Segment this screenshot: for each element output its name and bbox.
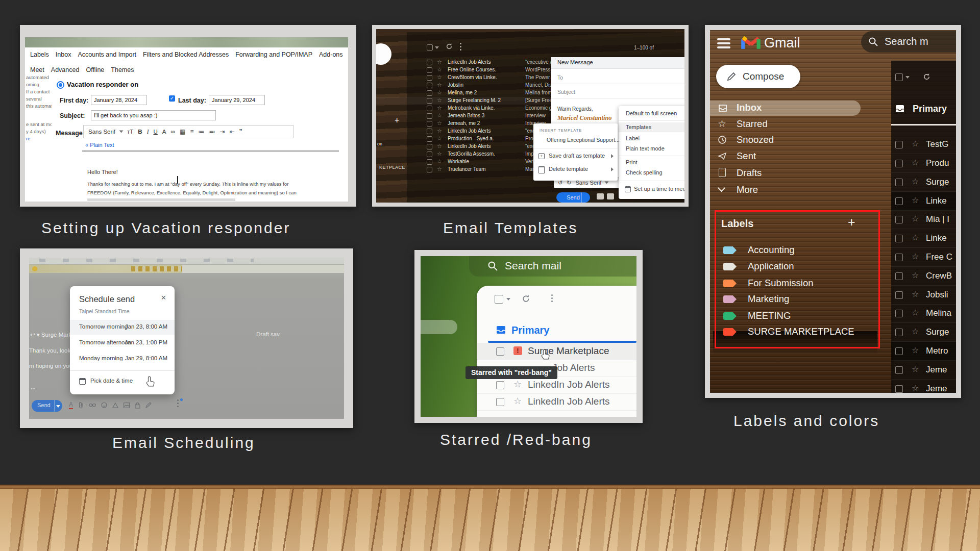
vacation-responder-on-radio[interactable] (57, 81, 64, 89)
attach-icon[interactable] (78, 402, 84, 409)
send-button[interactable]: Send (556, 192, 590, 203)
italic-icon[interactable]: I (147, 129, 149, 135)
email-row[interactable]: Free C (891, 248, 956, 267)
email-row[interactable]: Jeme (891, 361, 956, 380)
insert-link-icon[interactable]: ∞ (171, 128, 176, 135)
sidebar-item-inbox[interactable]: Inbox (737, 102, 762, 113)
more-options-icon[interactable] (551, 294, 553, 304)
send-button[interactable]: Send (32, 400, 62, 412)
subject-field[interactable]: Subject (557, 89, 575, 95)
menu-item-label[interactable]: Label (626, 135, 640, 141)
send-options-caret-icon[interactable] (56, 405, 60, 408)
bold-icon[interactable]: B (138, 129, 142, 135)
tab-offline[interactable]: Offline (86, 66, 104, 73)
add-label-icon[interactable]: + (848, 215, 855, 230)
more-send-options-icon[interactable] (177, 399, 179, 410)
email-row[interactable]: Jobsli (891, 286, 956, 305)
outdent-icon[interactable]: ⇤ (229, 128, 234, 135)
learn-more-link-fragment[interactable]: re (26, 135, 52, 142)
sidebar-item-snoozed[interactable]: Snoozed (737, 134, 774, 145)
tab-filters[interactable]: Filters and Blocked Addresses (143, 51, 229, 58)
sidebar-item-sent[interactable]: Sent (737, 151, 756, 162)
underline-icon[interactable]: U (154, 129, 158, 135)
compose-button[interactable]: Compose (716, 65, 800, 88)
refresh-icon[interactable] (522, 294, 530, 303)
tab-addons[interactable]: Add-ons (319, 51, 343, 58)
search-bar[interactable]: Search mail (469, 256, 636, 277)
email-row[interactable]: Mia | I (891, 210, 956, 229)
email-row[interactable]: Linke (891, 192, 956, 211)
menu-item-meet[interactable]: Set up a time to meet (634, 186, 684, 192)
email-row[interactable]: LinkedIn Job Alerts (477, 377, 636, 394)
insert-photo-icon[interactable] (124, 403, 130, 408)
tab-advanced[interactable]: Advanced (51, 66, 80, 73)
confidential-lock-icon[interactable] (135, 402, 140, 409)
schedule-option-3[interactable]: Monday morningJan 29, 8:00 AM (70, 352, 175, 366)
first-day-input[interactable]: January 28, 2024 (91, 95, 147, 105)
numbered-list-icon[interactable]: ≔ (198, 128, 204, 135)
signature-pen-icon[interactable] (145, 402, 152, 408)
sidebar-item-more[interactable]: More (737, 184, 758, 195)
email-row[interactable]: Melina (891, 304, 956, 323)
email-row[interactable]: Produ (891, 154, 956, 173)
tab-accounts-import[interactable]: Accounts and Import (78, 51, 136, 58)
plain-text-link[interactable]: « Plain Text (85, 142, 114, 148)
tab-inbox[interactable]: Inbox (56, 51, 71, 58)
email-row[interactable]: Metro (891, 342, 956, 361)
email-row[interactable]: LinkedIn Job Alerts (477, 393, 636, 411)
message-body-editor[interactable]: Hello There! Thanks for reaching out to … (82, 151, 339, 202)
pick-date-time-option[interactable]: Pick date & time (70, 374, 175, 389)
insert-link-icon[interactable] (89, 403, 96, 408)
search-bar[interactable]: Search m (861, 31, 956, 53)
select-caret-icon[interactable] (506, 298, 510, 300)
align-icon[interactable]: ≡ (190, 128, 193, 135)
close-icon[interactable]: ✕ (161, 294, 166, 302)
email-row[interactable]: CrewB (891, 267, 956, 286)
more-options-icon[interactable] (460, 43, 461, 52)
bullet-list-icon[interactable]: ≕ (209, 128, 215, 135)
sidebar-item-drafts[interactable]: Drafts (737, 167, 762, 179)
save-template-item[interactable]: Save draft as template (549, 153, 605, 159)
tab-themes[interactable]: Themes (111, 66, 134, 73)
font-select[interactable]: Sans Serif (88, 129, 115, 135)
indent-icon[interactable]: ⇥ (219, 128, 225, 135)
select-all-checkbox[interactable] (495, 295, 503, 304)
tab-primary[interactable]: Primary (913, 104, 947, 114)
red-bang-icon[interactable]: ! (513, 346, 522, 355)
menu-item-fullscreen[interactable]: Default to full screen (626, 110, 677, 116)
to-field[interactable]: To (557, 74, 563, 81)
select-caret-icon[interactable] (905, 76, 910, 79)
email-row[interactable]: Linke (891, 229, 956, 248)
select-all-checkbox[interactable] (895, 73, 903, 81)
select-all-checkbox[interactable] (427, 44, 433, 51)
refresh-icon[interactable] (923, 73, 930, 81)
email-row[interactable]: Surge (891, 173, 956, 192)
select-caret-icon[interactable] (435, 46, 439, 49)
tab-primary[interactable]: Primary (511, 324, 550, 336)
delete-template-item[interactable]: Delete template (549, 166, 588, 172)
tab-labels[interactable]: Labels (30, 51, 49, 58)
menu-item-templates-highlight[interactable]: Templates (619, 122, 684, 132)
hamburger-menu-icon[interactable] (717, 38, 730, 40)
format-text-icon[interactable]: A (69, 401, 73, 409)
insert-image-icon[interactable]: ▦ (180, 128, 185, 135)
menu-item-print[interactable]: Print (626, 159, 638, 165)
compose-header[interactable]: New Message (551, 57, 684, 69)
drive-icon[interactable] (112, 403, 118, 408)
quote-icon[interactable]: ” (239, 128, 242, 135)
menu-item-spelling[interactable]: Check spelling (626, 169, 663, 176)
emoji-icon[interactable] (101, 402, 107, 408)
text-color-icon[interactable]: A (162, 129, 166, 135)
template-item[interactable]: Offering Exceptional Support... (547, 137, 620, 143)
last-day-checkbox[interactable]: ✓ (169, 95, 175, 102)
tab-meet[interactable]: Meet (30, 66, 44, 73)
email-row-surge[interactable]: ! Surge Marketplace (477, 343, 636, 360)
text-size-icon[interactable]: тT (127, 129, 133, 135)
menu-item-plaintext[interactable]: Plain text mode (626, 145, 665, 152)
email-row[interactable]: TestG (891, 135, 956, 154)
email-row[interactable]: Jeme (891, 380, 956, 393)
schedule-option-1[interactable]: Tomorrow morningJan 23, 8:00 AM (70, 320, 175, 335)
subject-input[interactable]: I'll get back to you asap :) (91, 110, 216, 120)
email-row[interactable]: Surge (891, 323, 956, 342)
tab-forwarding[interactable]: Forwarding and POP/IMAP (235, 51, 312, 58)
